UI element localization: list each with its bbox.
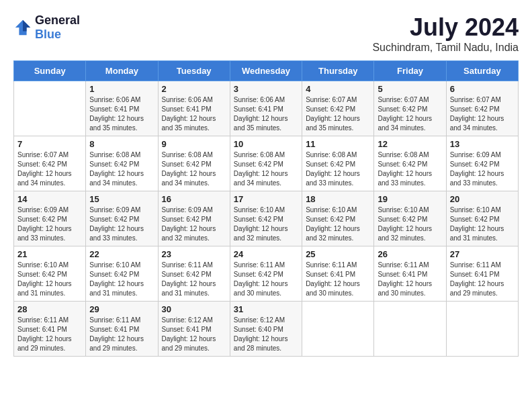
calendar-cell: 31 Sunrise: 6:12 AMSunset: 6:40 PMDaylig… bbox=[230, 302, 302, 357]
day-number: 19 bbox=[378, 194, 442, 204]
month-year: July 2024 bbox=[372, 13, 519, 42]
calendar-week-row: 1 Sunrise: 6:06 AMSunset: 6:41 PMDayligh… bbox=[14, 81, 519, 136]
cell-info: Sunrise: 6:11 AMSunset: 6:42 PMDaylight:… bbox=[234, 261, 298, 298]
calendar-cell: 8 Sunrise: 6:08 AMSunset: 6:42 PMDayligh… bbox=[86, 136, 158, 191]
weekday-header-tuesday: Tuesday bbox=[158, 61, 230, 81]
weekday-header-saturday: Saturday bbox=[446, 61, 518, 81]
day-number: 23 bbox=[162, 249, 226, 259]
day-number: 7 bbox=[17, 139, 82, 149]
day-number: 18 bbox=[306, 194, 370, 204]
cell-info: Sunrise: 6:08 AMSunset: 6:42 PMDaylight:… bbox=[234, 150, 298, 188]
svg-marker-1 bbox=[23, 20, 30, 32]
day-number: 27 bbox=[450, 249, 515, 259]
day-number: 9 bbox=[162, 139, 226, 149]
calendar-week-row: 7 Sunrise: 6:07 AMSunset: 6:42 PMDayligh… bbox=[14, 136, 519, 191]
calendar-cell: 7 Sunrise: 6:07 AMSunset: 6:42 PMDayligh… bbox=[14, 136, 86, 191]
cell-info: Sunrise: 6:12 AMSunset: 6:40 PMDaylight:… bbox=[234, 316, 298, 353]
calendar-cell: 9 Sunrise: 6:08 AMSunset: 6:42 PMDayligh… bbox=[158, 136, 230, 191]
cell-info: Sunrise: 6:12 AMSunset: 6:41 PMDaylight:… bbox=[162, 316, 226, 353]
logo-text: General Blue bbox=[35, 13, 80, 42]
day-number: 25 bbox=[306, 249, 370, 259]
day-number: 16 bbox=[162, 194, 226, 204]
day-number: 24 bbox=[234, 249, 298, 259]
day-number: 20 bbox=[450, 194, 515, 204]
day-number: 2 bbox=[162, 84, 226, 94]
calendar-cell: 15 Sunrise: 6:09 AMSunset: 6:42 PMDaylig… bbox=[86, 191, 158, 246]
cell-info: Sunrise: 6:07 AMSunset: 6:42 PMDaylight:… bbox=[450, 95, 515, 133]
day-number: 11 bbox=[306, 139, 370, 149]
cell-info: Sunrise: 6:08 AMSunset: 6:42 PMDaylight:… bbox=[306, 150, 370, 188]
calendar-cell bbox=[14, 81, 86, 136]
calendar-cell: 4 Sunrise: 6:07 AMSunset: 6:42 PMDayligh… bbox=[302, 81, 374, 136]
calendar-cell: 30 Sunrise: 6:12 AMSunset: 6:41 PMDaylig… bbox=[158, 302, 230, 357]
calendar-cell: 21 Sunrise: 6:10 AMSunset: 6:42 PMDaylig… bbox=[14, 246, 86, 302]
cell-info: Sunrise: 6:10 AMSunset: 6:42 PMDaylight:… bbox=[378, 205, 442, 243]
cell-info: Sunrise: 6:07 AMSunset: 6:42 PMDaylight:… bbox=[378, 95, 442, 133]
calendar-week-row: 21 Sunrise: 6:10 AMSunset: 6:42 PMDaylig… bbox=[14, 246, 519, 302]
cell-info: Sunrise: 6:07 AMSunset: 6:42 PMDaylight:… bbox=[17, 150, 82, 188]
calendar-cell: 1 Sunrise: 6:06 AMSunset: 6:41 PMDayligh… bbox=[86, 81, 158, 136]
day-number: 6 bbox=[450, 84, 515, 94]
calendar-cell: 26 Sunrise: 6:11 AMSunset: 6:41 PMDaylig… bbox=[374, 246, 446, 302]
cell-info: Sunrise: 6:11 AMSunset: 6:41 PMDaylight:… bbox=[306, 261, 370, 298]
calendar-cell: 3 Sunrise: 6:06 AMSunset: 6:41 PMDayligh… bbox=[230, 81, 302, 136]
page-header: General Blue July 2024 Suchindram, Tamil… bbox=[13, 13, 519, 54]
day-number: 31 bbox=[234, 304, 298, 314]
day-number: 5 bbox=[378, 84, 442, 94]
day-number: 29 bbox=[89, 304, 154, 314]
cell-info: Sunrise: 6:11 AMSunset: 6:41 PMDaylight:… bbox=[378, 261, 442, 298]
calendar-cell bbox=[446, 302, 518, 357]
day-number: 3 bbox=[234, 84, 298, 94]
weekday-header-thursday: Thursday bbox=[302, 61, 374, 81]
cell-info: Sunrise: 6:11 AMSunset: 6:41 PMDaylight:… bbox=[89, 316, 154, 353]
calendar-cell: 22 Sunrise: 6:10 AMSunset: 6:42 PMDaylig… bbox=[86, 246, 158, 302]
calendar-cell: 29 Sunrise: 6:11 AMSunset: 6:41 PMDaylig… bbox=[86, 302, 158, 357]
cell-info: Sunrise: 6:06 AMSunset: 6:41 PMDaylight:… bbox=[89, 95, 154, 133]
calendar-cell: 28 Sunrise: 6:11 AMSunset: 6:41 PMDaylig… bbox=[14, 302, 86, 357]
day-number: 8 bbox=[89, 139, 154, 149]
logo-blue: Blue bbox=[35, 28, 61, 41]
cell-info: Sunrise: 6:09 AMSunset: 6:42 PMDaylight:… bbox=[89, 205, 154, 243]
logo-icon bbox=[13, 18, 32, 37]
day-number: 1 bbox=[89, 84, 154, 94]
cell-info: Sunrise: 6:10 AMSunset: 6:42 PMDaylight:… bbox=[450, 205, 515, 243]
day-number: 21 bbox=[17, 249, 82, 259]
cell-info: Sunrise: 6:06 AMSunset: 6:41 PMDaylight:… bbox=[162, 95, 226, 133]
cell-info: Sunrise: 6:11 AMSunset: 6:41 PMDaylight:… bbox=[450, 261, 515, 298]
calendar-cell: 27 Sunrise: 6:11 AMSunset: 6:41 PMDaylig… bbox=[446, 246, 518, 302]
day-number: 12 bbox=[378, 139, 442, 149]
cell-info: Sunrise: 6:11 AMSunset: 6:41 PMDaylight:… bbox=[17, 316, 82, 353]
calendar-cell: 18 Sunrise: 6:10 AMSunset: 6:42 PMDaylig… bbox=[302, 191, 374, 246]
calendar-cell bbox=[302, 302, 374, 357]
calendar-cell: 24 Sunrise: 6:11 AMSunset: 6:42 PMDaylig… bbox=[230, 246, 302, 302]
calendar-cell: 19 Sunrise: 6:10 AMSunset: 6:42 PMDaylig… bbox=[374, 191, 446, 246]
calendar-cell: 12 Sunrise: 6:08 AMSunset: 6:42 PMDaylig… bbox=[374, 136, 446, 191]
calendar-cell: 10 Sunrise: 6:08 AMSunset: 6:42 PMDaylig… bbox=[230, 136, 302, 191]
calendar-cell: 14 Sunrise: 6:09 AMSunset: 6:42 PMDaylig… bbox=[14, 191, 86, 246]
day-number: 30 bbox=[162, 304, 226, 314]
day-number: 17 bbox=[234, 194, 298, 204]
cell-info: Sunrise: 6:10 AMSunset: 6:42 PMDaylight:… bbox=[234, 205, 298, 243]
cell-info: Sunrise: 6:08 AMSunset: 6:42 PMDaylight:… bbox=[378, 150, 442, 188]
day-number: 13 bbox=[450, 139, 515, 149]
calendar-cell: 16 Sunrise: 6:09 AMSunset: 6:42 PMDaylig… bbox=[158, 191, 230, 246]
day-number: 28 bbox=[17, 304, 82, 314]
cell-info: Sunrise: 6:10 AMSunset: 6:42 PMDaylight:… bbox=[17, 261, 82, 298]
cell-info: Sunrise: 6:08 AMSunset: 6:42 PMDaylight:… bbox=[162, 150, 226, 188]
cell-info: Sunrise: 6:09 AMSunset: 6:42 PMDaylight:… bbox=[162, 205, 226, 243]
day-number: 4 bbox=[306, 84, 370, 94]
cell-info: Sunrise: 6:10 AMSunset: 6:42 PMDaylight:… bbox=[306, 205, 370, 243]
calendar-cell: 6 Sunrise: 6:07 AMSunset: 6:42 PMDayligh… bbox=[446, 81, 518, 136]
calendar-week-row: 14 Sunrise: 6:09 AMSunset: 6:42 PMDaylig… bbox=[14, 191, 519, 246]
cell-info: Sunrise: 6:06 AMSunset: 6:41 PMDaylight:… bbox=[234, 95, 298, 133]
calendar-cell: 25 Sunrise: 6:11 AMSunset: 6:41 PMDaylig… bbox=[302, 246, 374, 302]
day-number: 15 bbox=[89, 194, 154, 204]
location: Suchindram, Tamil Nadu, India bbox=[372, 42, 519, 54]
weekday-header-sunday: Sunday bbox=[14, 61, 86, 81]
day-number: 26 bbox=[378, 249, 442, 259]
calendar-cell: 23 Sunrise: 6:11 AMSunset: 6:42 PMDaylig… bbox=[158, 246, 230, 302]
weekday-header-wednesday: Wednesday bbox=[230, 61, 302, 81]
logo: General Blue bbox=[13, 13, 80, 42]
weekday-header-friday: Friday bbox=[374, 61, 446, 81]
calendar-cell: 11 Sunrise: 6:08 AMSunset: 6:42 PMDaylig… bbox=[302, 136, 374, 191]
